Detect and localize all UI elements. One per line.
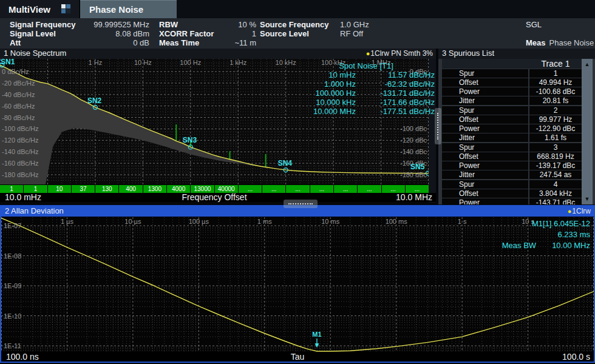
meas-bw-value: 10.00 MHz	[552, 241, 590, 250]
spot-value: -62.32 dBc/Hz	[356, 79, 435, 89]
y-tick-label: 1E-07	[4, 222, 21, 229]
spur-row[interactable]: Spur4	[442, 180, 582, 189]
x-tick-label: 1 Hz	[89, 59, 103, 66]
horizontal-splitter-grip[interactable]	[284, 200, 318, 208]
y-tick-label-left: -40 dBc/Hz	[2, 91, 35, 98]
field-label: XCORR Factor	[159, 29, 214, 38]
x-tick-label: 1 kHz	[229, 59, 246, 66]
field-value: 1	[252, 29, 256, 38]
spur-row[interactable]: Jitter20.81 fs	[442, 96, 582, 105]
spot-noise-row: 100.000 Hz-131.71 dBc/Hz	[298, 89, 435, 98]
spur-row[interactable]: Power-122.90 dBc	[442, 124, 582, 133]
field-value: 99.999525 MHz	[93, 20, 149, 29]
spot-offset: 10 mHz	[298, 70, 356, 79]
spot-noise-row: 10.000 MHz-177.51 dBc/Hz	[298, 107, 435, 116]
header-field[interactable]: Signal Level8.08 dBm	[10, 29, 149, 38]
spur-row[interactable]: Offset99.977 Hz	[442, 115, 582, 124]
header-field[interactable]: Source LevelRF Off	[260, 29, 442, 38]
spur-row[interactable]: Power-143.71 dBc	[442, 198, 582, 204]
meas-value: Phase Noise	[549, 38, 594, 47]
header-field[interactable]: Source Frequency1.0 GHz	[260, 20, 442, 29]
spur-row-label: Offset	[442, 152, 528, 161]
marker-value: M1[1] 6.045E-12	[502, 218, 590, 229]
x-tick-label: 1 s	[458, 218, 467, 225]
spur-row-value: 668.819 Hz	[529, 152, 582, 161]
spur-row[interactable]: Offset668.819 Hz	[442, 152, 582, 161]
noise-spectrum-title: 1 Noise Spectrum	[4, 49, 66, 58]
meas-bw-row: Meas BW10.00 MHz	[502, 240, 590, 251]
spur-row[interactable]: Offset49.994 Hz	[442, 78, 582, 87]
spot-marker-label: SN5	[410, 163, 425, 171]
spot-marker-label: SN3	[183, 136, 197, 144]
spur-row-label: Spur	[442, 143, 528, 152]
noise-spectrum-title-bar[interactable]: 1 Noise Spectrum ●1Clrw PN Smth 3%	[0, 49, 436, 59]
spur-row[interactable]: Jitter1.61 fs	[442, 133, 582, 142]
spur-row[interactable]: Spur1	[442, 69, 582, 78]
xcorr-segment: ...	[262, 185, 285, 193]
header-field[interactable]: Signal Frequency99.999525 MHz	[10, 20, 149, 29]
spot-offset: 100.000 Hz	[298, 89, 356, 98]
spot-noise-row: 10.000 kHz-171.66 dBc/Hz	[298, 98, 435, 107]
trace-color-dot: ●	[568, 207, 572, 215]
header-measurement-settings[interactable]: RBW10 %XCORR Factor1Meas Time~11 m	[159, 20, 256, 47]
header-source-settings[interactable]: Source Frequency1.0 GHzSource LevelRF Of…	[260, 20, 442, 38]
adev-trace-badge: ●1Clrw	[568, 206, 591, 217]
spot-offset: 10.000 MHz	[298, 107, 356, 116]
spot-noise-title: Spot Noise [T1]	[298, 61, 435, 70]
spur-row[interactable]: Offset3.804 kHz	[442, 189, 582, 198]
y-tick-label: 1E-10	[4, 312, 21, 320]
spurious-list-title-bar[interactable]: 3 Spurious List	[438, 49, 595, 59]
noise-spectrum-panel: 1 Noise Spectrum ●1Clrw PN Smth 3% 1 Hz1…	[0, 49, 436, 202]
spur-row[interactable]: Power-100.68 dBc	[442, 87, 582, 96]
spurious-table-body[interactable]: Spur1Offset49.994 HzPower-100.68 dBcJitt…	[442, 69, 582, 204]
tab-phase-noise[interactable]: Phase Noise	[80, 0, 177, 18]
spur-row[interactable]: Power-139.17 dBc	[442, 161, 582, 170]
spur-row[interactable]: Spur3	[442, 143, 582, 152]
header-signal-settings[interactable]: Signal Frequency99.999525 MHzSignal Leve…	[10, 20, 149, 47]
noise-x-stop: 10.0 MHz	[396, 193, 432, 202]
allan-deviation-title: 2 Allan Deviation	[5, 206, 64, 215]
tab-phase-noise-label: Phase Noise	[89, 4, 143, 15]
spot-value: -177.51 dBc/Hz	[356, 107, 435, 116]
y-tick-label: 1E-11	[4, 342, 21, 349]
marker-position: 6.233 ms	[502, 229, 590, 240]
spur-row-value: 20.81 fs	[529, 96, 582, 105]
spur-row[interactable]: Jitter247.54 as	[442, 170, 582, 179]
adev-trace-badge-text: 1Clrw	[572, 207, 591, 215]
adev-x-axis-bar: 100.0 ns Tau 100.0 s	[1, 352, 594, 362]
noise-x-axis-bar: 10.0 mHz Frequency Offset 10.0 MHz	[0, 193, 436, 202]
y-tick-label-left: -120 dBc/Hz	[2, 136, 39, 144]
header-field[interactable]: Meas Time~11 m	[159, 38, 256, 47]
field-label: Meas Time	[159, 38, 199, 47]
y-tick-label-left: 0 dBc/Hz	[2, 68, 29, 75]
spur-row-label: Power	[442, 87, 528, 96]
spur-row-value: 49.994 Hz	[529, 78, 582, 87]
spurious-list-panel: 3 Spurious List Trace 1 Spur1Offset49.99…	[438, 49, 595, 204]
y-tick-label-left: -80 dBc/Hz	[2, 114, 35, 121]
allan-deviation-panel: 2 Allan Deviation ●1Clrw 1 µs10 µs100 µs…	[0, 205, 595, 363]
y-tick-label-left: -180 dBc/Hz	[2, 171, 39, 178]
x-tick-label: 10 Hz	[134, 59, 152, 66]
scroll-up-icon[interactable]: ▲	[582, 60, 593, 69]
header-field[interactable]: Att0 dB	[10, 38, 149, 47]
y-tick-label-right: -140 dBc	[400, 148, 427, 155]
scroll-down-icon[interactable]: ▼	[582, 195, 593, 203]
tab-bar: MultiView Phase Noise	[0, 0, 595, 18]
spur-row[interactable]: Spur2	[442, 106, 582, 115]
spur-row-label: Jitter	[442, 170, 528, 179]
xcorr-segment: 130	[95, 185, 118, 193]
spot-noise-table: Spot Noise [T1]10 mHz11.57 dBc/Hz1.000 H…	[298, 61, 435, 116]
spur-row-label: Power	[442, 124, 528, 133]
adev-x-stop: 100.0 s	[562, 352, 590, 362]
header-field[interactable]: RBW10 %	[159, 20, 256, 29]
spur-row-label: Offset	[442, 189, 528, 198]
multiview-grid-icon[interactable]	[61, 4, 70, 13]
spur-row-label: Offset	[442, 78, 528, 87]
spur-row-value: 3	[529, 143, 582, 152]
vertical-splitter-grip[interactable]	[435, 108, 441, 144]
header-field[interactable]: XCORR Factor1	[159, 29, 256, 38]
spot-value: 11.57 dBc/Hz	[356, 70, 435, 79]
field-value: 1.0 GHz	[340, 20, 369, 29]
spurious-scrollbar[interactable]: ▲ ▼	[582, 59, 593, 204]
phase-noise-analyzer-screen: MultiView Phase Noise Signal Frequency99…	[0, 0, 595, 364]
